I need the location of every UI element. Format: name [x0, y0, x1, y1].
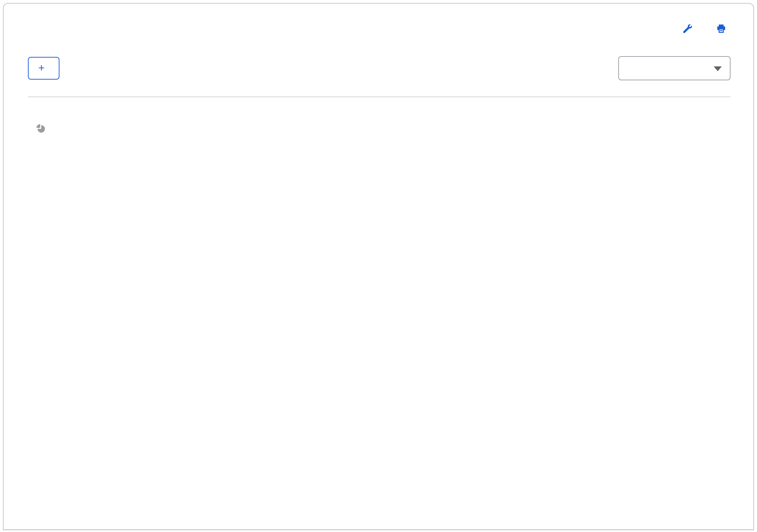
wrench-icon	[682, 24, 692, 33]
pie-chart-icon	[36, 124, 46, 135]
header: +	[4, 4, 753, 97]
time-range-select[interactable]	[618, 56, 731, 80]
add-filter-button[interactable]: +	[28, 57, 59, 80]
header-divider	[28, 96, 731, 97]
printer-icon	[716, 23, 726, 33]
configure-super-bot-fight-mode-link[interactable]	[682, 24, 696, 33]
stacked-bar-chart	[37, 231, 731, 508]
chevron-down-icon	[714, 66, 722, 71]
requests-section	[4, 124, 753, 154]
print-report-link[interactable]	[716, 23, 731, 33]
plus-icon: +	[38, 62, 45, 73]
